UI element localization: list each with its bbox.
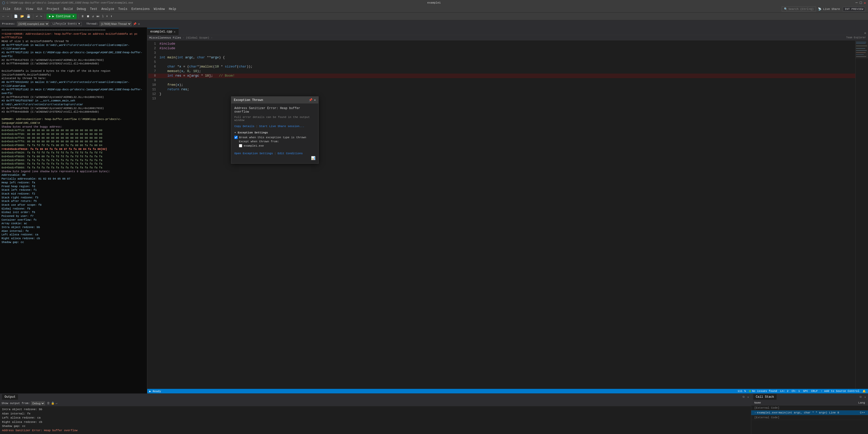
- menu-analyze[interactable]: Analyze: [99, 6, 116, 12]
- terminal-line: SUMMARY: AddressSanitizer: heap-buffer-o…: [2, 118, 146, 125]
- toolbar-new-btn[interactable]: 📄: [13, 14, 19, 19]
- open-exception-settings-link[interactable]: Open Exception Settings: [234, 152, 273, 155]
- tab-close-icon[interactable]: ✕: [174, 30, 176, 33]
- exception-checkbox2[interactable]: [239, 144, 242, 147]
- menu-project[interactable]: Project: [45, 6, 61, 12]
- toolbar-debug-restart[interactable]: ↺: [91, 14, 95, 19]
- menu-tools[interactable]: Tools: [116, 6, 129, 12]
- menu-edit[interactable]: Edit: [12, 6, 24, 12]
- encoding-status[interactable]: CRLF: [811, 390, 818, 393]
- callstack-row-external1[interactable]: [External Code]: [751, 406, 868, 410]
- tab-output[interactable]: Output: [2, 394, 18, 400]
- code-line-3: 3: [148, 51, 868, 55]
- toolbar-open-btn[interactable]: 📂: [19, 14, 25, 19]
- notification-icon[interactable]: 🔔: [862, 390, 866, 393]
- exception-dialog: Exception Thrown 📌 ✕ Address Sanitizer E…: [231, 96, 319, 164]
- minimize-button[interactable]: ─: [856, 1, 858, 5]
- live-share-button[interactable]: 📡 Live Share: [818, 7, 840, 11]
- search-box[interactable]: 🔍 Search (Ctrl+Q): [782, 7, 816, 11]
- toolbar-step-into[interactable]: ⬇: [105, 14, 109, 19]
- thread-select[interactable]: [17808] Main Thread: [99, 22, 131, 26]
- exception-checkbox1[interactable]: [234, 136, 238, 139]
- toolbar-debug-btn1[interactable]: ⏸: [80, 14, 85, 19]
- callstack-col-name: Name: [753, 401, 837, 405]
- toolbar-redo-btn[interactable]: ↪: [39, 14, 43, 19]
- panel-close-icon[interactable]: ✕: [747, 395, 749, 399]
- tab-callstack[interactable]: Call Stack: [753, 394, 777, 400]
- lifecycle-btn[interactable]: Lifecycle Events ▼: [51, 22, 82, 26]
- col-number-status[interactable]: Ch: 1: [792, 390, 800, 393]
- menu-view[interactable]: View: [24, 6, 35, 12]
- continue-icon: ▶: [49, 14, 51, 18]
- exception-link-sep: |: [256, 125, 258, 128]
- exception-links: Copy Details | Start Live Share session.…: [234, 125, 315, 128]
- callstack-header: Name Lang: [751, 400, 868, 406]
- copy-details-link[interactable]: Copy Details: [234, 125, 254, 128]
- callstack-row-main[interactable]: → example1.exe!main(int argc, char * * a…: [751, 410, 868, 415]
- editor-options[interactable]: ⚙: [862, 31, 868, 35]
- menu-debug[interactable]: Debug: [75, 6, 88, 12]
- callstack-close-icon[interactable]: ✕: [864, 395, 866, 399]
- output-lock-icon[interactable]: 🔒: [51, 402, 55, 405]
- toolbar-debug-stop[interactable]: ⏭: [95, 14, 100, 19]
- zoom-level[interactable]: 111 %: [738, 390, 746, 393]
- callstack-name-external1: [External Code]: [753, 406, 853, 410]
- output-wrap-icon[interactable]: ↵: [56, 402, 57, 405]
- continue-button[interactable]: ▶ ▶ Continue ▼: [46, 14, 77, 19]
- toolbar-step-over[interactable]: ⤵: [101, 14, 104, 19]
- spaces-status[interactable]: SPC: [803, 390, 808, 393]
- settings-icon[interactable]: ⚙: [138, 22, 140, 26]
- toolbar-debug-btn2[interactable]: ⏹: [86, 14, 91, 19]
- line-content-2: #include: [158, 46, 868, 51]
- maximize-button[interactable]: □: [860, 1, 862, 5]
- menu-git[interactable]: Git: [35, 6, 45, 12]
- toolbar-save-btn[interactable]: 💾: [26, 14, 31, 19]
- close-button[interactable]: ✕: [864, 1, 866, 5]
- exception-pin-icon[interactable]: 📌: [309, 98, 312, 102]
- add-to-source-control[interactable]: ↑ Add to Source Control: [821, 390, 859, 393]
- toolbar-forward-btn[interactable]: →: [6, 14, 10, 19]
- toolbar-undo-btn[interactable]: ↩: [35, 14, 39, 19]
- code-line-6: 6 char *x = (char*)malloc(10 * sizeof(ch…: [148, 64, 868, 69]
- output-clear-icon[interactable]: 🗑: [47, 401, 50, 405]
- callstack-table[interactable]: [External Code] → example1.exe!main(int …: [751, 406, 868, 434]
- main-area: ========================================…: [0, 27, 868, 393]
- breadcrumb-files[interactable]: Miscellaneous Files: [149, 36, 181, 39]
- process-select[interactable]: [3248] example1.exe: [17, 22, 49, 26]
- line-number-10: 10: [148, 83, 158, 87]
- exception-close-icon[interactable]: ✕: [314, 98, 316, 102]
- panel-float-icon[interactable]: ⧉: [743, 395, 745, 399]
- callstack-float-icon[interactable]: ⧉: [860, 395, 862, 399]
- output-content[interactable]: Intra object redzone: bb ASan internal: …: [0, 406, 751, 434]
- menu-file[interactable]: File: [1, 6, 12, 12]
- search-icon: 🔍: [784, 7, 787, 11]
- search-placeholder: Search (Ctrl+Q): [788, 8, 814, 11]
- live-share-session-link[interactable]: Start Live Share session...: [259, 125, 304, 128]
- callstack-row-external2[interactable]: [External Code]: [751, 415, 868, 420]
- lifecycle-label: Lifecycle Events: [53, 23, 77, 25]
- bottom-area: Output ⧉ ✕ Show output from: Debug 🗑 🔒 ↵…: [0, 393, 868, 434]
- toolbar-step-out[interactable]: ⬆: [110, 14, 113, 19]
- menu-window[interactable]: Window: [152, 6, 167, 12]
- settings-gear-icon[interactable]: ⚙: [864, 31, 866, 35]
- menu-build[interactable]: Build: [61, 6, 75, 12]
- menu-extensions[interactable]: Extensions: [129, 6, 152, 12]
- minimap[interactable]: [855, 41, 868, 389]
- exception-error-text: Address Sanitizer Error: Heap buffer ove…: [234, 106, 315, 114]
- code-editor[interactable]: 1#include 2#include 34int main(int argc,…: [147, 41, 868, 389]
- edit-conditions-link[interactable]: Edit Conditions: [278, 152, 303, 155]
- terminal-panel[interactable]: ========================================…: [0, 27, 147, 393]
- code-line-5: 5: [148, 60, 868, 64]
- tab-example1cpp[interactable]: example1.cpp ✕: [147, 28, 179, 35]
- breadcrumb-scope[interactable]: (Global Scope): [186, 36, 209, 39]
- terminal-line: 0x045edc4f0060: fa fa fa fa fa fa fa fa …: [2, 166, 146, 170]
- title-bar-center: example1: [427, 1, 441, 4]
- continue-dropdown-icon[interactable]: ▼: [72, 15, 74, 18]
- menu-test[interactable]: Test: [88, 6, 99, 12]
- output-source-select[interactable]: Debug: [31, 401, 45, 405]
- terminal-line: [2, 66, 146, 69]
- toolbar-back-btn[interactable]: ←: [2, 14, 5, 19]
- line-number-status[interactable]: Ln: 2: [780, 390, 788, 393]
- menu-help[interactable]: Help: [167, 6, 178, 12]
- exception-settings-title[interactable]: ▾ Exception Settings: [234, 131, 315, 134]
